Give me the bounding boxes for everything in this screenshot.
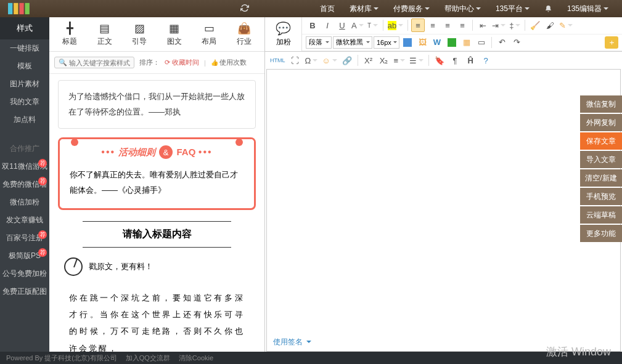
use-signature-link[interactable]: 使用签名: [273, 337, 311, 347]
editor-canvas[interactable]: 使用签名: [266, 69, 621, 352]
search-input[interactable]: [69, 59, 131, 67]
style-list[interactable]: 为了给遗憾找个借口，我们从一开始就把一些人放在了等待怀念的位置。——郑执 •••…: [49, 74, 264, 352]
tab-industry[interactable]: 👜行业: [227, 17, 262, 52]
line-height-button[interactable]: ‡: [508, 18, 522, 32]
nav-help[interactable]: 帮助中心: [437, 0, 488, 17]
indent-button[interactable]: ⇥: [491, 18, 507, 32]
fullscreen-button[interactable]: ⛶: [288, 54, 302, 67]
nav-material[interactable]: 素材库: [342, 0, 386, 17]
omega-button[interactable]: Ω: [304, 54, 319, 67]
redo-button[interactable]: ↷: [510, 36, 523, 49]
font-size-select[interactable]: 16px: [374, 36, 399, 49]
image-icon: ▨: [134, 22, 145, 35]
paragraph-button[interactable]: ¶: [448, 54, 462, 67]
logo[interactable]: [0, 0, 49, 17]
style-category-tabs: ╋标题 ▤正文 ▨引导 ▦图文 ▭布局 👜行业: [49, 17, 264, 52]
sidebar-ad[interactable]: 免费的微信墙荐: [0, 176, 49, 193]
tab-guide[interactable]: ▨引导: [122, 17, 157, 52]
image-button[interactable]: 🖼: [415, 36, 429, 49]
brush-button[interactable]: 🖌: [543, 18, 557, 32]
table-button[interactable]: [401, 36, 414, 49]
highlight-button[interactable]: ab: [387, 18, 404, 32]
unordered-list-button[interactable]: ☰: [408, 54, 425, 67]
sidebar-ad[interactable]: 极简版PS荐: [0, 247, 49, 265]
video-button[interactable]: [445, 36, 459, 49]
word-button[interactable]: W: [430, 36, 444, 49]
html-button[interactable]: HTML: [269, 54, 287, 67]
briefcase-icon: 👜: [237, 22, 251, 35]
add-fans-button[interactable]: 💬 加粉: [265, 17, 302, 51]
font-color-button[interactable]: A: [350, 18, 365, 32]
refresh-icon[interactable]: [240, 4, 249, 14]
find-button[interactable]: Ĥ: [464, 54, 477, 67]
multi-img-button[interactable]: ▦: [460, 36, 473, 49]
web-copy-button[interactable]: 外网复制: [580, 114, 622, 131]
align-justify-button[interactable]: ≡: [456, 18, 469, 32]
sidebar-ad[interactable]: 微信加粉: [0, 193, 49, 211]
paragraph-select[interactable]: 段落: [306, 36, 332, 49]
align-center-button[interactable]: ≡: [426, 18, 440, 32]
underline-button[interactable]: U: [335, 18, 349, 32]
eraser-button[interactable]: 🧹: [528, 18, 542, 32]
import-article-button[interactable]: 导入文章: [580, 151, 622, 168]
link-button[interactable]: 🔗: [340, 54, 354, 67]
font-size-button[interactable]: T: [366, 18, 380, 32]
wechat-copy-button[interactable]: 微信复制: [580, 95, 622, 113]
subscript-button[interactable]: X₂: [377, 54, 391, 67]
badge-icon: 荐: [38, 248, 47, 257]
footer-qq-link[interactable]: 加入QQ交流群: [126, 354, 170, 363]
sort-by-fav[interactable]: ⟳ 收藏时间: [165, 58, 199, 67]
bold-button[interactable]: B: [306, 18, 319, 32]
sidebar-style-tab[interactable]: 样式: [0, 17, 49, 39]
style-card[interactable]: ••• 活动细则 & FAQ ••• 你不了解真正的失去。唯有爱别人胜过爱自己才…: [58, 137, 256, 209]
chevron-down-icon: [604, 7, 608, 12]
sidebar-item[interactable]: 图片素材: [0, 75, 49, 93]
grid-icon: ▭: [204, 22, 215, 35]
sort-by-use[interactable]: 使用次数: [211, 58, 247, 67]
ordered-list-button[interactable]: ≡: [393, 54, 407, 67]
save-article-button[interactable]: 保存文章: [580, 132, 622, 150]
sidebar-item[interactable]: 一键排版: [0, 39, 49, 57]
footer-cookie-link[interactable]: 清除Cookie: [179, 354, 213, 363]
italic-button[interactable]: I: [321, 18, 334, 32]
search-box[interactable]: 🔍: [54, 57, 134, 68]
sidebar-item[interactable]: 我的文章: [0, 93, 49, 111]
format-button[interactable]: ✎: [558, 18, 574, 32]
ampersand-icon: &: [159, 145, 173, 159]
tab-layout[interactable]: ▭布局: [192, 17, 227, 52]
sidebar-ad[interactable]: 双11微信游戏荐: [0, 158, 49, 176]
sidebar-item[interactable]: 模板: [0, 57, 49, 75]
sidebar-ad[interactable]: 免费正版配图: [0, 283, 49, 301]
outdent-button[interactable]: ⇤: [476, 18, 489, 32]
add-block-button[interactable]: ＋: [605, 36, 618, 49]
nav-home[interactable]: 首页: [313, 0, 342, 17]
emoji-button[interactable]: ☺: [321, 54, 338, 67]
clear-new-button[interactable]: 清空/新建: [580, 169, 622, 187]
style-card[interactable]: 戳原文，更有料！: [58, 257, 256, 276]
style-card[interactable]: 请输入标题内容: [58, 221, 256, 248]
tab-imgtext[interactable]: ▦图文: [157, 17, 192, 52]
align-right-button[interactable]: ≡: [441, 18, 454, 32]
sidebar-ad[interactable]: 百家号注册荐: [0, 229, 49, 247]
nav-platform[interactable]: 135平台: [488, 0, 537, 17]
sidebar-ad[interactable]: 发文章赚钱: [0, 211, 49, 229]
nav-editor[interactable]: 135编辑器: [560, 0, 616, 17]
bookmark-button[interactable]: 🔖: [433, 54, 446, 67]
nav-bell[interactable]: [537, 0, 560, 17]
more-functions-button[interactable]: 更多功能: [580, 225, 622, 242]
style-card[interactable]: 你在跳一个深坑之前，要知道它有多深才行。当你在这个世界上还有快乐可寻的时候，万不…: [58, 285, 256, 352]
tab-title[interactable]: ╋标题: [52, 17, 88, 52]
style-card[interactable]: 为了给遗憾找个借口，我们从一开始就把一些人放在了等待怀念的位置。——郑执: [58, 80, 256, 129]
sidebar-ad[interactable]: 公号免费加粉: [0, 265, 49, 283]
font-family-select[interactable]: 微软雅黑: [333, 36, 372, 49]
undo-button[interactable]: ↶: [495, 36, 509, 49]
tab-body[interactable]: ▤正文: [88, 17, 123, 52]
cloud-draft-button[interactable]: 云端草稿: [580, 206, 622, 224]
mobile-preview-button[interactable]: 手机预览: [580, 188, 622, 205]
help-button[interactable]: ?: [479, 54, 493, 67]
sidebar-item[interactable]: 加点料: [0, 111, 49, 129]
nav-paid[interactable]: 付费服务: [386, 0, 437, 17]
card-button[interactable]: ▭: [475, 36, 488, 49]
align-left-button[interactable]: ≡: [411, 18, 425, 32]
superscript-button[interactable]: X²: [362, 54, 375, 67]
